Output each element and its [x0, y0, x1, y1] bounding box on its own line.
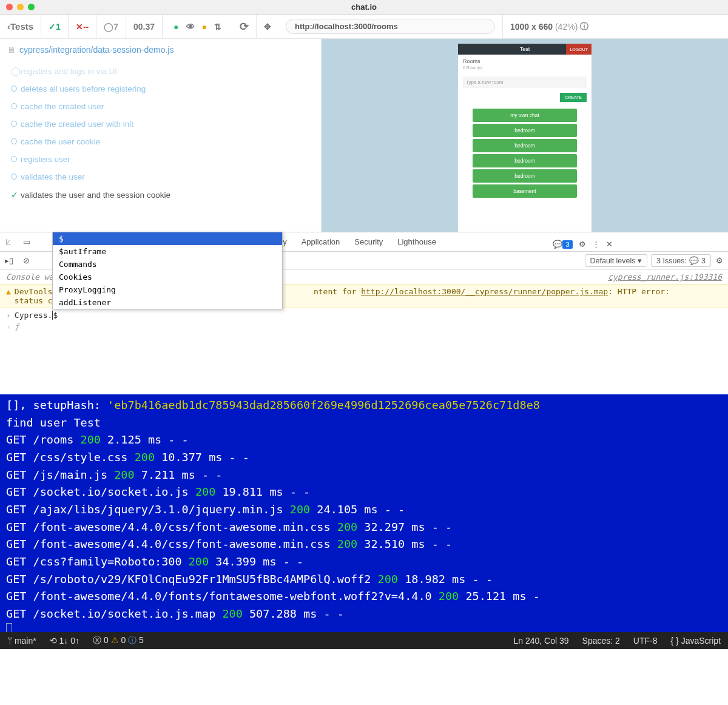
- window-titlebar: chat.io: [0, 0, 728, 15]
- test-label: cache the created user: [21, 102, 104, 111]
- file-icon: 🗎: [7, 45, 16, 55]
- autocomplete-item[interactable]: $autIframe: [53, 245, 282, 258]
- more-icon[interactable]: ⋮: [592, 240, 600, 249]
- pending-icon: ◯: [11, 66, 21, 76]
- check-icon: ✓: [11, 190, 21, 200]
- inspect-element-icon[interactable]: ⟀: [0, 237, 17, 246]
- messages-badge[interactable]: 💬3: [553, 240, 572, 249]
- window-title: chat.io: [351, 2, 377, 12]
- room-item[interactable]: bedroom: [473, 154, 577, 167]
- play-icon[interactable]: ▸▯: [0, 256, 18, 265]
- console-return-preview: ‹ƒ: [0, 322, 728, 331]
- language-mode[interactable]: { } JavaScript: [671, 636, 721, 646]
- autocomplete-popup[interactable]: $$autIframeCommandsCookiesProxyLoggingad…: [52, 232, 283, 309]
- logout-button[interactable]: LOGOUT: [566, 44, 592, 55]
- test-label: cache the user cookie: [21, 137, 100, 146]
- url-bar: http://localhost:3000/rooms: [278, 15, 503, 38]
- selector-playground-button[interactable]: ✥: [257, 15, 278, 38]
- pending-icon: [11, 172, 21, 181]
- room-item[interactable]: basement: [473, 184, 577, 198]
- test-row[interactable]: deletes all users before registering: [11, 80, 310, 98]
- close-window-icon[interactable]: [6, 4, 13, 10]
- cypress-toolbar: ‹ Tests ✓ 1 ✕ -- ◯ 7 00.37 ● 👁 ● ⇅ ⟳ ✥ h…: [0, 15, 728, 39]
- runner-controls: ● 👁 ● ⇅: [163, 15, 232, 38]
- device-toolbar-icon[interactable]: ▭: [17, 237, 36, 246]
- warning-icon: ▲: [6, 287, 11, 296]
- cursor-position[interactable]: Ln 240, Col 39: [513, 636, 568, 646]
- test-label: validates the user: [21, 172, 85, 181]
- autocomplete-item[interactable]: $: [53, 232, 282, 245]
- clear-console-icon[interactable]: ⊘: [18, 256, 35, 265]
- maximize-window-icon[interactable]: [28, 4, 35, 10]
- url-input[interactable]: http://localhost:3000/rooms: [286, 19, 495, 34]
- test-row[interactable]: ✓ validates the user and the session coo…: [11, 186, 310, 204]
- source-map-link[interactable]: http://localhost:3000/__cypress/runner/p…: [361, 287, 608, 296]
- test-label: registers and logs in via UI: [21, 67, 117, 76]
- source-link[interactable]: cypress_runner.js:193316: [608, 272, 722, 282]
- pending-icon: [11, 102, 21, 111]
- test-label: registers user: [21, 155, 70, 164]
- git-sync[interactable]: ⟲ 1↓ 0↑: [50, 636, 79, 646]
- pending-icon: [11, 84, 21, 93]
- aut-preview: Test LOGOUT Rooms 6 Room(s) Type a new r…: [322, 39, 728, 232]
- tab-lighthouse[interactable]: Lighthouse: [390, 232, 443, 251]
- test-label: deletes all users before registering: [21, 84, 146, 93]
- minimize-window-icon[interactable]: [17, 4, 24, 10]
- autocomplete-item[interactable]: Commands: [53, 258, 282, 271]
- chevron-right-icon: ›: [6, 311, 11, 320]
- sort-icon[interactable]: ⇅: [214, 22, 221, 32]
- room-item[interactable]: bedroom: [473, 124, 577, 137]
- app-title: Test: [520, 46, 530, 52]
- close-icon[interactable]: ✕: [606, 240, 613, 249]
- test-label: validates the user and the session cooki…: [21, 191, 170, 200]
- rooms-heading: Rooms 6 Room(s): [458, 55, 592, 74]
- room-item[interactable]: bedroom: [473, 169, 577, 183]
- test-row[interactable]: cache the created user: [11, 98, 310, 115]
- indent-setting[interactable]: Spaces: 2: [582, 636, 620, 646]
- autocomplete-item[interactable]: Cookies: [53, 271, 282, 283]
- issues-button[interactable]: 3 Issues: 💬3: [651, 254, 711, 267]
- problems[interactable]: ⓧ 0 ⚠ 0 ⓘ 5: [93, 635, 144, 646]
- test-row[interactable]: ◯ registers and logs in via UI: [11, 62, 310, 80]
- tests-passed-count: ✓ 1: [41, 15, 69, 38]
- room-item[interactable]: my own chat: [473, 109, 577, 122]
- test-duration: 00.37: [126, 15, 163, 38]
- dot-running-icon: ●: [174, 22, 178, 32]
- pending-icon: [11, 155, 21, 164]
- chevron-left-icon: ‹: [6, 322, 11, 331]
- spec-file-path[interactable]: 🗎 cypress/integration/data-session-demo.…: [0, 39, 321, 61]
- tests-failed-count: ✕ --: [69, 15, 96, 38]
- viewport-display: 1000 x 660 (42%) ⓘ: [503, 15, 596, 38]
- create-room-button[interactable]: CREATE: [560, 93, 587, 102]
- console-prompt[interactable]: ›Cypress.$: [0, 308, 728, 322]
- test-row[interactable]: validates the user: [11, 168, 310, 186]
- log-level-select[interactable]: Default levels ▾: [585, 254, 648, 267]
- reload-button[interactable]: ⟳: [232, 15, 257, 38]
- autocomplete-item[interactable]: addListener: [53, 296, 282, 309]
- info-icon[interactable]: ⓘ: [580, 21, 588, 32]
- room-item[interactable]: bedroom: [473, 139, 577, 152]
- app-header: Test LOGOUT: [458, 44, 592, 55]
- tests-pending-count: ◯ 7: [96, 15, 126, 38]
- test-reporter: 🗎 cypress/integration/data-session-demo.…: [0, 39, 322, 232]
- back-label: Tests: [10, 21, 33, 32]
- dot-pause-icon: ●: [202, 22, 207, 32]
- test-label: cache the created user with init: [21, 120, 133, 129]
- test-row[interactable]: cache the user cookie: [11, 133, 310, 150]
- new-room-input[interactable]: Type a new room: [463, 76, 587, 88]
- test-row[interactable]: cache the created user with init: [11, 115, 310, 133]
- editor-statusbar: ᛘ main* ⟲ 1↓ 0↑ ⓧ 0 ⚠ 0 ⓘ 5 Ln 240, Col …: [0, 632, 728, 649]
- encoding[interactable]: UTF-8: [633, 636, 658, 646]
- eye-icon[interactable]: 👁: [186, 22, 195, 32]
- test-row[interactable]: registers user: [11, 150, 310, 168]
- tab-application[interactable]: Application: [294, 232, 348, 251]
- gear-icon[interactable]: ⚙: [579, 240, 586, 249]
- tab-security[interactable]: Security: [347, 232, 390, 251]
- pending-icon: [11, 120, 21, 129]
- console-settings-icon[interactable]: ⚙: [711, 256, 728, 265]
- back-to-tests-button[interactable]: ‹ Tests: [0, 15, 41, 38]
- terminal[interactable]: [], setupHash: 'eb7b416aedb1dc785943dad2…: [0, 394, 728, 632]
- app-under-test[interactable]: Test LOGOUT Rooms 6 Room(s) Type a new r…: [458, 44, 592, 232]
- autocomplete-item[interactable]: ProxyLogging: [53, 283, 282, 296]
- git-branch[interactable]: ᛘ main*: [7, 636, 36, 646]
